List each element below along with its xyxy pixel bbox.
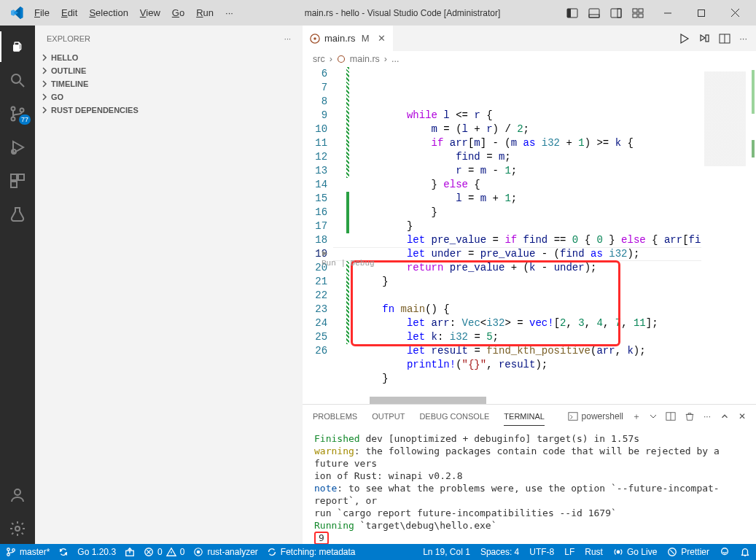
breadcrumb[interactable]: src › main.rs › ...: [303, 51, 756, 67]
editor-tabs: main.rs M ✕ ···: [303, 26, 756, 51]
svg-point-47: [198, 551, 200, 553]
sidebar-section-rust-dependencies[interactable]: RUST DEPENDENCIES: [35, 104, 303, 117]
status-notifications-icon[interactable]: [740, 547, 750, 557]
title-bar: File Edit Selection View Go Run ··· main…: [0, 0, 756, 26]
activity-explorer[interactable]: [0, 31, 35, 62]
split-terminal-icon[interactable]: [666, 411, 676, 421]
menu-view[interactable]: View: [135, 4, 165, 21]
activity-bar: 77: [0, 26, 35, 544]
sidebar-section-hello[interactable]: HELLO: [35, 51, 303, 64]
tab-label: main.rs: [324, 33, 356, 44]
breadcrumb-src[interactable]: src: [313, 54, 325, 64]
status-feedback-icon[interactable]: [720, 547, 730, 557]
terminal-output[interactable]: Finished dev [unoptimized + debuginfo] t…: [303, 428, 756, 544]
panel-tab-terminal[interactable]: TERMINAL: [504, 408, 545, 426]
window-title: main.rs - hello - Visual Studio Code [Ad…: [238, 8, 566, 18]
activity-source-control[interactable]: 77: [0, 98, 35, 129]
line-numbers: 67891011121314151617181920212223242526: [303, 67, 333, 404]
activity-extensions[interactable]: [0, 166, 35, 196]
status-encoding[interactable]: UTF-8: [529, 547, 554, 557]
status-branch[interactable]: master*: [6, 547, 50, 557]
run-debug-split-icon[interactable]: [698, 33, 710, 44]
kill-terminal-icon[interactable]: [685, 411, 695, 421]
rust-file-icon: [310, 34, 320, 44]
breadcrumb-file[interactable]: main.rs: [350, 54, 380, 64]
code-content[interactable]: while l <= r { m = (l + r) / 2; if arr[m…: [333, 67, 756, 404]
svg-point-33: [338, 56, 344, 63]
svg-rect-2: [589, 9, 599, 18]
minimize-button[interactable]: [651, 0, 685, 26]
activity-run-debug[interactable]: [0, 132, 35, 163]
layout-panel-left-icon[interactable]: [566, 7, 578, 19]
status-rust-analyzer[interactable]: rust-analyzer: [193, 547, 257, 557]
layout-panel-right-icon[interactable]: [610, 7, 622, 19]
minimap[interactable]: [701, 67, 756, 404]
vscode-logo-icon: [10, 7, 23, 20]
tab-main-rs[interactable]: main.rs M ✕: [303, 26, 394, 51]
svg-marker-34: [322, 251, 327, 256]
sidebar-section-timeline[interactable]: TIMELINE: [35, 77, 303, 90]
menu-edit[interactable]: Edit: [56, 4, 82, 21]
activity-settings[interactable]: [0, 513, 35, 544]
chevron-right-icon: ›: [384, 54, 387, 64]
svg-rect-23: [11, 182, 17, 187]
status-sync[interactable]: [58, 547, 69, 557]
svg-point-27: [313, 37, 316, 40]
status-indentation[interactable]: Spaces: 4: [480, 547, 519, 557]
activity-testing[interactable]: [0, 199, 35, 230]
chevron-right-icon: ›: [330, 54, 332, 64]
status-prettier[interactable]: Prettier: [667, 547, 709, 557]
panel-tab-problems[interactable]: PROBLEMS: [313, 408, 357, 425]
svg-rect-22: [18, 174, 24, 180]
svg-point-38: [7, 548, 10, 551]
status-cursor-position[interactable]: Ln 19, Col 1: [423, 547, 470, 557]
status-language[interactable]: Rust: [585, 547, 603, 557]
svg-rect-3: [589, 15, 599, 18]
tab-modified-indicator: M: [362, 33, 370, 44]
layout-panel-bottom-icon[interactable]: [588, 7, 600, 19]
status-go-version[interactable]: Go 1.20.3: [77, 547, 116, 557]
sidebar-section-go[interactable]: GO: [35, 90, 303, 104]
maximize-panel-icon[interactable]: [720, 411, 730, 421]
terminal-shell-picker[interactable]: powershell: [568, 411, 623, 421]
svg-rect-9: [639, 14, 643, 18]
status-go-update-icon[interactable]: [125, 547, 135, 557]
horizontal-scrollbar[interactable]: [340, 397, 698, 404]
panel-more-icon[interactable]: ···: [704, 411, 711, 421]
terminal-dropdown-icon[interactable]: [650, 413, 657, 420]
svg-rect-7: [639, 9, 643, 12]
status-go-live[interactable]: Go Live: [613, 547, 657, 557]
new-terminal-icon[interactable]: ＋: [632, 411, 641, 423]
panel-tab-debug-console[interactable]: DEBUG CONSOLE: [419, 408, 489, 425]
codelens-run-debug[interactable]: Run | Debug: [322, 250, 375, 271]
editor-more-icon[interactable]: ···: [739, 33, 747, 44]
menu-file[interactable]: File: [29, 4, 55, 21]
menu-bar: File Edit Selection View Go Run ···: [29, 4, 238, 21]
close-button[interactable]: [718, 0, 752, 26]
activity-accounts[interactable]: [0, 480, 35, 510]
menu-selection[interactable]: Selection: [84, 4, 133, 21]
status-bar: master* Go 1.20.3 0 0 rust-analyzer Fetc…: [0, 544, 756, 560]
breadcrumb-more[interactable]: ...: [391, 54, 399, 64]
chevron-right-icon: [39, 66, 50, 75]
status-fetching[interactable]: Fetching: metadata: [267, 547, 356, 557]
menu-go[interactable]: Go: [167, 4, 190, 21]
split-editor-icon[interactable]: [719, 33, 730, 44]
panel-tab-output[interactable]: OUTPUT: [372, 408, 405, 425]
menu-run[interactable]: Run: [191, 4, 219, 21]
sidebar-section-outline[interactable]: OUTLINE: [35, 64, 303, 77]
status-eol[interactable]: LF: [564, 547, 574, 557]
customize-layout-icon[interactable]: [632, 7, 644, 19]
status-problems[interactable]: 0 0: [144, 547, 184, 557]
svg-line-15: [20, 82, 24, 87]
close-panel-icon[interactable]: ✕: [739, 411, 746, 421]
tab-close-icon[interactable]: ✕: [378, 33, 386, 44]
activity-search[interactable]: [0, 65, 35, 96]
scm-badge: 77: [19, 114, 31, 125]
explorer-more-icon[interactable]: ···: [284, 34, 291, 43]
rust-file-icon: [337, 55, 346, 63]
menu-more[interactable]: ···: [220, 4, 238, 21]
run-icon[interactable]: [678, 33, 690, 44]
maximize-button[interactable]: [685, 0, 718, 26]
code-editor[interactable]: 67891011121314151617181920212223242526 w…: [303, 67, 756, 404]
